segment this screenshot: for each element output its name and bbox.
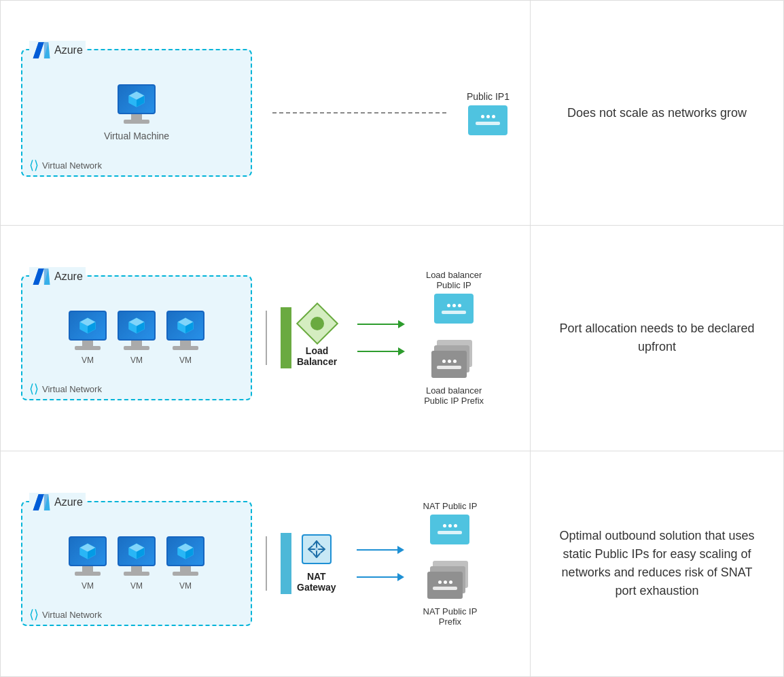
monitor-2a xyxy=(69,311,107,341)
ip-bottom-label-2: Load balancer Public IP Prefix xyxy=(424,385,484,406)
azure-label-2: Azure xyxy=(29,267,86,286)
azure-box-1: Azure xyxy=(21,49,252,177)
ip-bottom-3: NAT Public IPPrefix xyxy=(423,558,478,627)
azure-text-3: Azure xyxy=(54,496,83,508)
nat-icon-group: NATGateway xyxy=(297,534,336,593)
stacked-server-3 xyxy=(427,561,472,600)
lb-label: LoadBalancer xyxy=(297,345,337,367)
cube-3b xyxy=(126,541,147,561)
desc-cell-1: Does not scale as networks grow xyxy=(531,1,783,225)
arrow-line-bottom xyxy=(357,351,398,352)
azure-label-1: Azure xyxy=(29,41,86,60)
nat-bar xyxy=(281,533,291,594)
vnet-icon-2: ⟨⟩ xyxy=(29,381,39,396)
nat-section: NATGateway xyxy=(281,533,336,594)
ip-section-1: Public IP1 xyxy=(467,91,510,135)
monitor-3a xyxy=(69,536,107,566)
ip-top-label-3: NAT Public IP xyxy=(423,501,478,511)
diagram-cell-1: Azure xyxy=(1,1,531,225)
monitor-2c xyxy=(166,311,204,341)
cube-svg-1 xyxy=(126,89,147,109)
row-load-balancer: Azure xyxy=(1,226,783,451)
lb-bar xyxy=(281,307,291,368)
h-connector-3 xyxy=(266,536,267,591)
cube-3c xyxy=(175,541,196,561)
monitor-screen-1 xyxy=(118,84,156,114)
arrow-group-2 xyxy=(357,320,405,355)
cube-2a xyxy=(77,315,98,336)
desc-cell-3: Optimal outbound solution that uses stat… xyxy=(531,451,783,676)
lb-circle xyxy=(310,317,324,330)
dot3 xyxy=(492,115,495,118)
azure-text-2: Azure xyxy=(54,271,83,283)
h-connector-2 xyxy=(266,311,267,365)
monitor-3b xyxy=(118,536,156,566)
arrow-tip-bottom xyxy=(398,347,405,355)
ip-top-3: NAT Public IP xyxy=(423,501,478,544)
azure-text-1: Azure xyxy=(54,44,83,56)
vnet-text-1: Virtual Network xyxy=(42,160,102,171)
dashed-line-1 xyxy=(272,112,446,114)
nat-arrows-svg xyxy=(306,538,327,560)
arrow-tip-top-3 xyxy=(397,546,404,554)
cube-2c xyxy=(175,315,196,336)
row-nat-gateway: Azure xyxy=(1,451,783,676)
vnet-text-3: Virtual Network xyxy=(42,610,102,620)
vm-icon-3c: VM xyxy=(166,536,204,591)
desc-text-3: Optimal outbound solution that uses stat… xyxy=(558,527,756,600)
server-box-top-2 xyxy=(434,294,474,324)
ip-top-2: Load balancer Public IP xyxy=(424,270,484,324)
vm-icon-2c: VM xyxy=(166,311,204,365)
monitor-neck-1 xyxy=(131,114,142,120)
dot2 xyxy=(486,115,490,118)
vm-label-1: Virtual Machine xyxy=(104,131,169,141)
vnet-label-2: ⟨⟩ Virtual Network xyxy=(29,381,102,396)
nat-diamond-shape xyxy=(302,534,332,564)
azure-logo-icon-3 xyxy=(32,493,51,512)
server-box-top-3 xyxy=(430,515,469,544)
diagram-cell-2: Azure xyxy=(1,226,531,450)
ip-bottom-2: Load balancer Public IP Prefix xyxy=(424,337,484,406)
arrow-line-top xyxy=(357,324,398,325)
arrow-tip-bottom-3 xyxy=(397,573,404,581)
server-box-1 xyxy=(468,105,507,135)
vnet-text-2: Virtual Network xyxy=(42,384,102,394)
cube-2b xyxy=(126,315,147,336)
vm-icon-3b: VM xyxy=(118,536,156,591)
monitor-foot-1 xyxy=(124,120,149,124)
arrow-line-top-3 xyxy=(357,549,397,551)
main-grid: Azure xyxy=(0,0,784,677)
azure-logo-icon-2 xyxy=(32,267,51,286)
vnet-label-1: ⟨⟩ Virtual Network xyxy=(29,158,102,173)
arrow-bottom-2 xyxy=(357,347,405,355)
vnet-icon-3: ⟨⟩ xyxy=(29,607,39,622)
nat-label: NATGateway xyxy=(297,571,336,593)
arrow-line-bottom-3 xyxy=(357,576,397,578)
arrow-top-3 xyxy=(357,546,404,554)
ip-group-3: NAT Public IP xyxy=(423,501,478,627)
arrow-group-3 xyxy=(357,546,404,581)
server-dots-1 xyxy=(481,115,495,118)
arrow-bottom-3 xyxy=(357,573,404,581)
azure-box-3: Azure xyxy=(21,501,252,626)
desc-text-2: Port allocation needs to be declared upf… xyxy=(558,319,756,356)
ip-label-1: Public IP1 xyxy=(467,91,510,102)
vm-icon-1: Virtual Machine xyxy=(104,84,169,141)
azure-box-2: Azure xyxy=(21,275,252,400)
vm-icon-2b: VM xyxy=(118,311,156,365)
lb-icon-group: LoadBalancer xyxy=(297,309,337,367)
row-single-vm: Azure xyxy=(1,1,783,226)
azure-label-3: Azure xyxy=(29,493,86,512)
arrow-tip-top xyxy=(398,320,405,328)
desc-text-1: Does not scale as networks grow xyxy=(567,104,747,122)
dot1 xyxy=(481,115,484,118)
vm-icon-3a: VM xyxy=(69,536,107,591)
cube-3a xyxy=(77,541,98,561)
monitor-3c xyxy=(166,536,204,566)
stacked-server-2 xyxy=(431,340,476,379)
arrow-top-2 xyxy=(357,320,405,328)
lb-diamond-shape xyxy=(296,302,338,345)
vm-icon-2a: VM xyxy=(69,311,107,365)
diagram-cell-3: Azure xyxy=(1,451,531,676)
ip-bottom-label-3: NAT Public IPPrefix xyxy=(423,606,478,627)
